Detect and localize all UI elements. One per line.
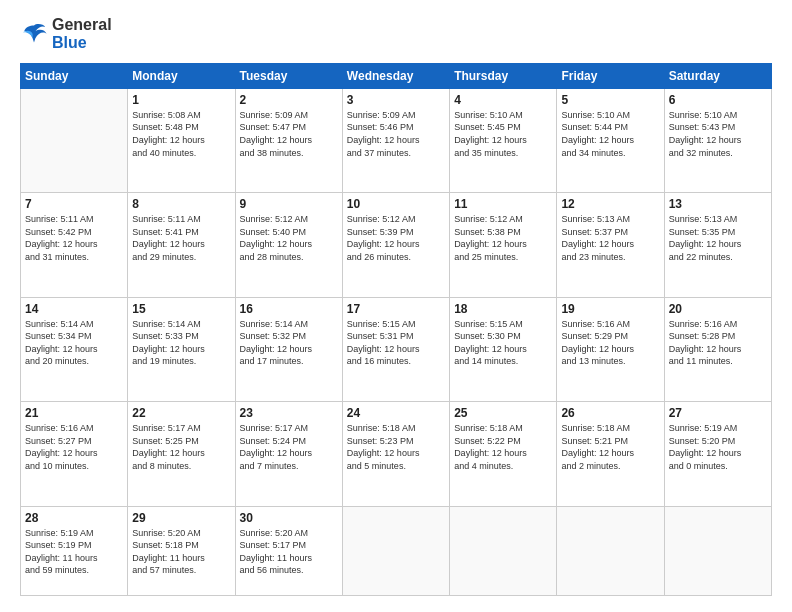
calendar-cell: 23Sunrise: 5:17 AM Sunset: 5:24 PM Dayli… [235, 402, 342, 506]
day-info: Sunrise: 5:11 AM Sunset: 5:42 PM Dayligh… [25, 213, 123, 263]
day-info: Sunrise: 5:10 AM Sunset: 5:43 PM Dayligh… [669, 109, 767, 159]
day-info: Sunrise: 5:14 AM Sunset: 5:34 PM Dayligh… [25, 318, 123, 368]
day-number: 30 [240, 511, 338, 525]
day-info: Sunrise: 5:18 AM Sunset: 5:22 PM Dayligh… [454, 422, 552, 472]
day-number: 8 [132, 197, 230, 211]
day-info: Sunrise: 5:20 AM Sunset: 5:17 PM Dayligh… [240, 527, 338, 577]
calendar-cell: 13Sunrise: 5:13 AM Sunset: 5:35 PM Dayli… [664, 193, 771, 297]
day-header-wednesday: Wednesday [342, 63, 449, 88]
calendar-cell [557, 506, 664, 595]
day-info: Sunrise: 5:15 AM Sunset: 5:30 PM Dayligh… [454, 318, 552, 368]
day-number: 27 [669, 406, 767, 420]
calendar-cell: 5Sunrise: 5:10 AM Sunset: 5:44 PM Daylig… [557, 88, 664, 192]
calendar-cell: 21Sunrise: 5:16 AM Sunset: 5:27 PM Dayli… [21, 402, 128, 506]
calendar-cell: 8Sunrise: 5:11 AM Sunset: 5:41 PM Daylig… [128, 193, 235, 297]
day-number: 16 [240, 302, 338, 316]
day-info: Sunrise: 5:19 AM Sunset: 5:20 PM Dayligh… [669, 422, 767, 472]
day-info: Sunrise: 5:11 AM Sunset: 5:41 PM Dayligh… [132, 213, 230, 263]
calendar-cell: 1Sunrise: 5:08 AM Sunset: 5:48 PM Daylig… [128, 88, 235, 192]
calendar-cell: 17Sunrise: 5:15 AM Sunset: 5:31 PM Dayli… [342, 297, 449, 401]
day-number: 21 [25, 406, 123, 420]
calendar-cell: 25Sunrise: 5:18 AM Sunset: 5:22 PM Dayli… [450, 402, 557, 506]
day-header-monday: Monday [128, 63, 235, 88]
calendar-cell: 19Sunrise: 5:16 AM Sunset: 5:29 PM Dayli… [557, 297, 664, 401]
calendar-cell: 9Sunrise: 5:12 AM Sunset: 5:40 PM Daylig… [235, 193, 342, 297]
calendar-cell: 3Sunrise: 5:09 AM Sunset: 5:46 PM Daylig… [342, 88, 449, 192]
calendar-cell: 22Sunrise: 5:17 AM Sunset: 5:25 PM Dayli… [128, 402, 235, 506]
day-number: 17 [347, 302, 445, 316]
day-number: 3 [347, 93, 445, 107]
calendar-cell [450, 506, 557, 595]
day-number: 24 [347, 406, 445, 420]
week-row-5: 28Sunrise: 5:19 AM Sunset: 5:19 PM Dayli… [21, 506, 772, 595]
day-number: 15 [132, 302, 230, 316]
calendar-cell: 16Sunrise: 5:14 AM Sunset: 5:32 PM Dayli… [235, 297, 342, 401]
day-number: 2 [240, 93, 338, 107]
day-info: Sunrise: 5:14 AM Sunset: 5:33 PM Dayligh… [132, 318, 230, 368]
day-info: Sunrise: 5:20 AM Sunset: 5:18 PM Dayligh… [132, 527, 230, 577]
calendar-cell: 18Sunrise: 5:15 AM Sunset: 5:30 PM Dayli… [450, 297, 557, 401]
day-info: Sunrise: 5:10 AM Sunset: 5:45 PM Dayligh… [454, 109, 552, 159]
day-info: Sunrise: 5:15 AM Sunset: 5:31 PM Dayligh… [347, 318, 445, 368]
day-number: 22 [132, 406, 230, 420]
day-number: 29 [132, 511, 230, 525]
day-info: Sunrise: 5:14 AM Sunset: 5:32 PM Dayligh… [240, 318, 338, 368]
day-info: Sunrise: 5:10 AM Sunset: 5:44 PM Dayligh… [561, 109, 659, 159]
day-number: 13 [669, 197, 767, 211]
week-row-3: 14Sunrise: 5:14 AM Sunset: 5:34 PM Dayli… [21, 297, 772, 401]
day-header-friday: Friday [557, 63, 664, 88]
page: General Blue SundayMondayTuesdayWednesda… [0, 0, 792, 612]
day-info: Sunrise: 5:19 AM Sunset: 5:19 PM Dayligh… [25, 527, 123, 577]
logo-icon [20, 20, 48, 48]
calendar-cell [21, 88, 128, 192]
day-header-tuesday: Tuesday [235, 63, 342, 88]
calendar-cell: 20Sunrise: 5:16 AM Sunset: 5:28 PM Dayli… [664, 297, 771, 401]
day-number: 11 [454, 197, 552, 211]
day-number: 23 [240, 406, 338, 420]
day-info: Sunrise: 5:16 AM Sunset: 5:28 PM Dayligh… [669, 318, 767, 368]
day-number: 14 [25, 302, 123, 316]
day-number: 25 [454, 406, 552, 420]
day-info: Sunrise: 5:12 AM Sunset: 5:39 PM Dayligh… [347, 213, 445, 263]
header: General Blue [20, 16, 772, 53]
day-number: 7 [25, 197, 123, 211]
day-number: 4 [454, 93, 552, 107]
day-number: 18 [454, 302, 552, 316]
day-number: 28 [25, 511, 123, 525]
calendar-cell: 28Sunrise: 5:19 AM Sunset: 5:19 PM Dayli… [21, 506, 128, 595]
day-info: Sunrise: 5:17 AM Sunset: 5:25 PM Dayligh… [132, 422, 230, 472]
calendar-cell: 7Sunrise: 5:11 AM Sunset: 5:42 PM Daylig… [21, 193, 128, 297]
day-header-thursday: Thursday [450, 63, 557, 88]
calendar-cell: 24Sunrise: 5:18 AM Sunset: 5:23 PM Dayli… [342, 402, 449, 506]
calendar-cell: 27Sunrise: 5:19 AM Sunset: 5:20 PM Dayli… [664, 402, 771, 506]
calendar-header-row: SundayMondayTuesdayWednesdayThursdayFrid… [21, 63, 772, 88]
day-number: 20 [669, 302, 767, 316]
logo-line1: General [52, 16, 112, 34]
day-number: 6 [669, 93, 767, 107]
calendar-cell [342, 506, 449, 595]
day-header-sunday: Sunday [21, 63, 128, 88]
day-info: Sunrise: 5:09 AM Sunset: 5:46 PM Dayligh… [347, 109, 445, 159]
calendar-cell: 15Sunrise: 5:14 AM Sunset: 5:33 PM Dayli… [128, 297, 235, 401]
day-info: Sunrise: 5:16 AM Sunset: 5:27 PM Dayligh… [25, 422, 123, 472]
day-info: Sunrise: 5:12 AM Sunset: 5:38 PM Dayligh… [454, 213, 552, 263]
calendar-cell: 30Sunrise: 5:20 AM Sunset: 5:17 PM Dayli… [235, 506, 342, 595]
day-number: 19 [561, 302, 659, 316]
day-info: Sunrise: 5:13 AM Sunset: 5:35 PM Dayligh… [669, 213, 767, 263]
calendar-cell: 11Sunrise: 5:12 AM Sunset: 5:38 PM Dayli… [450, 193, 557, 297]
calendar-cell: 14Sunrise: 5:14 AM Sunset: 5:34 PM Dayli… [21, 297, 128, 401]
week-row-4: 21Sunrise: 5:16 AM Sunset: 5:27 PM Dayli… [21, 402, 772, 506]
calendar-cell [664, 506, 771, 595]
day-info: Sunrise: 5:08 AM Sunset: 5:48 PM Dayligh… [132, 109, 230, 159]
calendar-cell: 4Sunrise: 5:10 AM Sunset: 5:45 PM Daylig… [450, 88, 557, 192]
calendar-cell: 29Sunrise: 5:20 AM Sunset: 5:18 PM Dayli… [128, 506, 235, 595]
logo: General Blue [20, 16, 112, 53]
logo-line2: Blue [52, 34, 112, 52]
day-info: Sunrise: 5:16 AM Sunset: 5:29 PM Dayligh… [561, 318, 659, 368]
day-number: 9 [240, 197, 338, 211]
day-info: Sunrise: 5:12 AM Sunset: 5:40 PM Dayligh… [240, 213, 338, 263]
day-number: 1 [132, 93, 230, 107]
day-info: Sunrise: 5:09 AM Sunset: 5:47 PM Dayligh… [240, 109, 338, 159]
day-info: Sunrise: 5:13 AM Sunset: 5:37 PM Dayligh… [561, 213, 659, 263]
day-info: Sunrise: 5:18 AM Sunset: 5:21 PM Dayligh… [561, 422, 659, 472]
